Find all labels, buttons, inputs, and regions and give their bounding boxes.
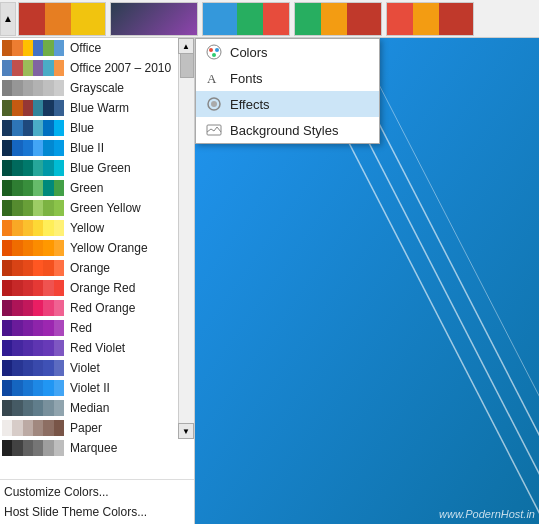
color-swatch xyxy=(2,380,64,396)
main-area: ▲ OfficeOffice 2007 – 2010GrayscaleBlue … xyxy=(0,38,539,524)
color-item-label: Orange xyxy=(70,261,110,275)
color-item-label: Grayscale xyxy=(70,81,124,95)
color-swatch xyxy=(2,180,64,196)
color-swatch xyxy=(2,80,64,96)
thumbnail-2[interactable] xyxy=(110,2,198,36)
color-item[interactable]: Office xyxy=(0,38,178,58)
color-swatch xyxy=(2,240,64,256)
svg-point-3 xyxy=(212,53,216,57)
color-item-label: Violet II xyxy=(70,381,110,395)
color-item-label: Blue xyxy=(70,121,94,135)
color-swatch xyxy=(2,260,64,276)
color-swatch xyxy=(2,120,64,136)
color-list-container: ▲ OfficeOffice 2007 – 2010GrayscaleBlue … xyxy=(0,38,194,479)
font-icon: A xyxy=(204,68,224,88)
bottom-links: Customize Colors... Host Slide Theme Col… xyxy=(0,479,194,524)
color-swatch xyxy=(2,200,64,216)
color-item-label: Blue Green xyxy=(70,161,131,175)
svg-text:A: A xyxy=(207,71,217,86)
color-swatch xyxy=(2,40,64,56)
thumbnail-1[interactable] xyxy=(18,2,106,36)
color-item-label: Blue Warm xyxy=(70,101,129,115)
color-item-label: Yellow Orange xyxy=(70,241,148,255)
color-swatch xyxy=(2,220,64,236)
menu-item-colors[interactable]: Colors xyxy=(196,39,379,65)
watermark: www.PodernHost.in xyxy=(439,508,535,520)
scrollbar-track xyxy=(178,38,194,439)
color-swatch xyxy=(2,320,64,336)
color-item[interactable]: Red Orange xyxy=(0,298,178,318)
effects-label: Effects xyxy=(230,97,270,112)
color-item-label: Blue II xyxy=(70,141,104,155)
color-item[interactable]: Orange Red xyxy=(0,278,178,298)
color-swatch xyxy=(2,140,64,156)
left-panel: ▲ OfficeOffice 2007 – 2010GrayscaleBlue … xyxy=(0,38,195,524)
color-item[interactable]: Marquee xyxy=(0,438,178,458)
right-panel: Colors A Fonts Effects xyxy=(195,38,539,524)
color-item-label: Median xyxy=(70,401,109,415)
color-swatch xyxy=(2,440,64,456)
color-item-label: Marquee xyxy=(70,441,117,455)
colors-label: Colors xyxy=(230,45,268,60)
customize-colors-link[interactable]: Customize Colors... xyxy=(0,482,194,502)
color-item[interactable]: Blue Green xyxy=(0,158,178,178)
color-swatch xyxy=(2,400,64,416)
color-item[interactable]: Green xyxy=(0,178,178,198)
color-item[interactable]: Blue Warm xyxy=(0,98,178,118)
background-icon xyxy=(204,120,224,140)
color-swatch xyxy=(2,60,64,76)
thumbnail-5[interactable] xyxy=(386,2,474,36)
color-item[interactable]: Median xyxy=(0,398,178,418)
scroll-down-button[interactable]: ▼ xyxy=(178,423,194,439)
color-item-label: Office xyxy=(70,41,101,55)
color-item[interactable]: Red xyxy=(0,318,178,338)
color-swatch xyxy=(2,360,64,376)
color-item-label: Green Yellow xyxy=(70,201,141,215)
color-item-label: Office 2007 – 2010 xyxy=(70,61,171,75)
color-item[interactable]: Green Yellow xyxy=(0,198,178,218)
menu-item-effects[interactable]: Effects xyxy=(196,91,379,117)
svg-point-6 xyxy=(211,101,217,107)
thumbnail-4[interactable] xyxy=(294,2,382,36)
svg-point-2 xyxy=(215,48,219,52)
thumbnail-3[interactable] xyxy=(202,2,290,36)
color-item[interactable]: Yellow Orange xyxy=(0,238,178,258)
slide-theme-link[interactable]: Host Slide Theme Colors... xyxy=(0,502,194,522)
svg-point-1 xyxy=(209,48,213,52)
color-swatch xyxy=(2,280,64,296)
color-swatch xyxy=(2,420,64,436)
color-item[interactable]: Paper xyxy=(0,418,178,438)
scroll-up-button[interactable]: ▲ xyxy=(178,38,194,54)
color-item[interactable]: Yellow xyxy=(0,218,178,238)
color-item-label: Yellow xyxy=(70,221,104,235)
color-item-label: Orange Red xyxy=(70,281,135,295)
color-item[interactable]: Blue II xyxy=(0,138,178,158)
palette-icon xyxy=(204,42,224,62)
color-item[interactable]: Orange xyxy=(0,258,178,278)
color-item[interactable]: Violet II xyxy=(0,378,178,398)
color-item[interactable]: Violet xyxy=(0,358,178,378)
color-swatch xyxy=(2,340,64,356)
background-label: Background Styles xyxy=(230,123,338,138)
color-swatch xyxy=(2,300,64,316)
thumb-scroll-left[interactable]: ▲ xyxy=(0,2,16,36)
color-item[interactable]: Blue xyxy=(0,118,178,138)
effects-icon xyxy=(204,94,224,114)
color-item[interactable]: Office 2007 – 2010 xyxy=(0,58,178,78)
dropdown-menu: Colors A Fonts Effects xyxy=(195,38,380,144)
thumbnail-bar: ▲ xyxy=(0,0,539,38)
color-swatch xyxy=(2,100,64,116)
menu-item-fonts[interactable]: A Fonts xyxy=(196,65,379,91)
color-item-label: Red Violet xyxy=(70,341,125,355)
color-list: OfficeOffice 2007 – 2010GrayscaleBlue Wa… xyxy=(0,38,178,479)
color-item-label: Green xyxy=(70,181,103,195)
menu-item-background[interactable]: Background Styles xyxy=(196,117,379,143)
color-item-label: Red xyxy=(70,321,92,335)
color-item-label: Red Orange xyxy=(70,301,135,315)
color-item[interactable]: Grayscale xyxy=(0,78,178,98)
fonts-label: Fonts xyxy=(230,71,263,86)
color-item[interactable]: Red Violet xyxy=(0,338,178,358)
color-item-label: Paper xyxy=(70,421,102,435)
color-swatch xyxy=(2,160,64,176)
color-item-label: Violet xyxy=(70,361,100,375)
